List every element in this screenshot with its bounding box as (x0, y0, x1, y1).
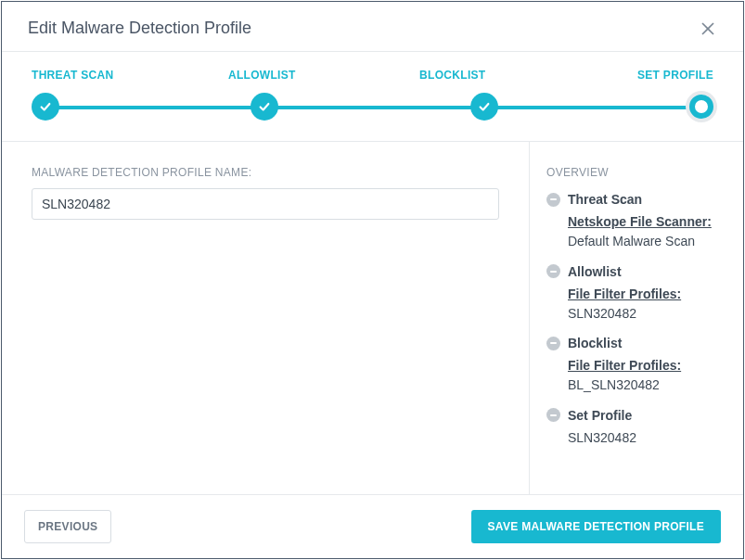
previous-button[interactable]: PREVIOUS (24, 510, 111, 543)
close-icon (701, 22, 714, 35)
profile-name-input[interactable] (32, 188, 499, 220)
minus-circle-icon (546, 193, 560, 207)
overview-sub-value: SLN320482 (568, 428, 723, 447)
overview-head: Blocklist (568, 336, 622, 350)
step-label-blocklist[interactable]: BLOCKLIST (419, 69, 485, 82)
overview-sub-value: BL_SLN320482 (568, 375, 723, 394)
overview-sub-label: File Filter Profiles: (568, 286, 681, 301)
overview-sub-value: Default Malware Scan (568, 232, 723, 250)
modal: Edit Malware Detection Profile THREAT SC… (1, 1, 744, 559)
overview-item-allowlist: Allowlist File Filter Profiles: SLN32048… (546, 264, 723, 324)
check-icon (39, 100, 52, 113)
close-button[interactable] (699, 19, 717, 38)
overview-item-threat-scan: Threat Scan Netskope File Scanner: Defau… (546, 192, 723, 251)
overview-title: OVERVIEW (546, 166, 723, 179)
overview-sub-label: File Filter Profiles: (568, 358, 681, 373)
overview-head: Set Profile (568, 408, 632, 423)
modal-header: Edit Malware Detection Profile (2, 2, 743, 51)
form-pane: MALWARE DETECTION PROFILE NAME: (2, 142, 530, 494)
profile-name-label: MALWARE DETECTION PROFILE NAME: (32, 166, 499, 179)
step-label-allowlist[interactable]: ALLOWLIST (228, 69, 296, 82)
step-label-threat-scan[interactable]: THREAT SCAN (32, 69, 113, 82)
check-icon (478, 100, 491, 113)
modal-title: Edit Malware Detection Profile (28, 19, 251, 38)
minus-circle-icon (546, 408, 560, 422)
step-node-threat-scan[interactable] (32, 93, 59, 121)
step-node-set-profile[interactable] (689, 95, 713, 119)
overview-head: Threat Scan (568, 192, 642, 207)
step-node-allowlist[interactable] (250, 93, 278, 121)
modal-body: MALWARE DETECTION PROFILE NAME: OVERVIEW… (2, 142, 743, 494)
stepper: THREAT SCAN ALLOWLIST BLOCKLIST SET PROF… (2, 51, 743, 142)
save-button[interactable]: SAVE MALWARE DETECTION PROFILE (471, 510, 721, 543)
minus-circle-icon (546, 264, 560, 278)
modal-footer: PREVIOUS SAVE MALWARE DETECTION PROFILE (2, 494, 743, 558)
step-node-blocklist[interactable] (470, 93, 498, 121)
overview-item-blocklist: Blocklist File Filter Profiles: BL_SLN32… (546, 336, 723, 395)
overview-pane: OVERVIEW Threat Scan Netskope File Scann… (530, 142, 743, 494)
overview-item-set-profile: Set Profile SLN320482 (546, 408, 723, 447)
overview-sub-label: Netskope File Scanner: (568, 214, 712, 229)
minus-circle-icon (546, 337, 560, 350)
overview-sub-value: SLN320482 (568, 304, 723, 323)
overview-head: Allowlist (568, 264, 622, 279)
step-label-set-profile[interactable]: SET PROFILE (637, 69, 713, 82)
check-icon (258, 100, 271, 113)
